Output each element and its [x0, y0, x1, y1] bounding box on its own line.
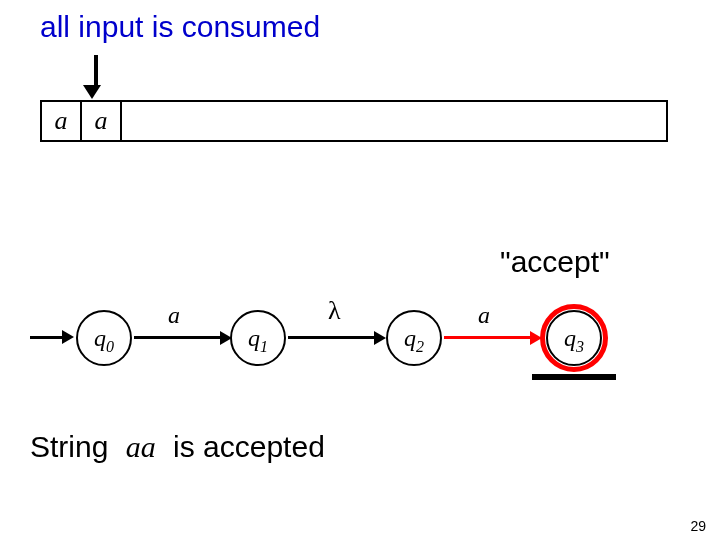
input-tape: a a [40, 100, 668, 142]
conclusion-string: aa [117, 430, 165, 464]
slide-title: all input is consumed [40, 10, 320, 44]
transition-label-23: a [478, 302, 490, 329]
state-q0-name: q [94, 325, 106, 351]
automaton: q0 q1 q2 q3 a λ a [30, 300, 670, 380]
transition-q0-q1 [134, 336, 220, 339]
accept-underline [532, 374, 616, 380]
tape-cell-1: a [82, 102, 122, 140]
slide-number: 29 [690, 518, 706, 534]
start-arrow [30, 334, 76, 342]
state-q1-name: q [248, 325, 260, 351]
transition-q2-q3 [444, 336, 530, 339]
conclusion-prefix: String [30, 430, 108, 463]
state-q1-sub: 1 [260, 338, 268, 355]
tape-cell-0: a [42, 102, 82, 140]
tape-head-arrow [90, 55, 101, 99]
state-q2: q2 [386, 310, 442, 366]
state-q0: q0 [76, 310, 132, 366]
state-q2-name: q [404, 325, 416, 351]
conclusion-suffix: is accepted [173, 430, 325, 463]
transition-label-12: λ [328, 296, 341, 326]
state-q3-name: q [564, 325, 576, 351]
tape-cell-empty [122, 102, 666, 140]
conclusion-line: String aa is accepted [30, 430, 325, 464]
state-q3-sub: 3 [576, 338, 584, 355]
transition-label-01: a [168, 302, 180, 329]
state-q0-sub: 0 [106, 338, 114, 355]
state-q3: q3 [546, 310, 602, 366]
state-q2-sub: 2 [416, 338, 424, 355]
accept-label: "accept" [500, 245, 610, 279]
transition-q1-q2 [288, 336, 374, 339]
state-q1: q1 [230, 310, 286, 366]
